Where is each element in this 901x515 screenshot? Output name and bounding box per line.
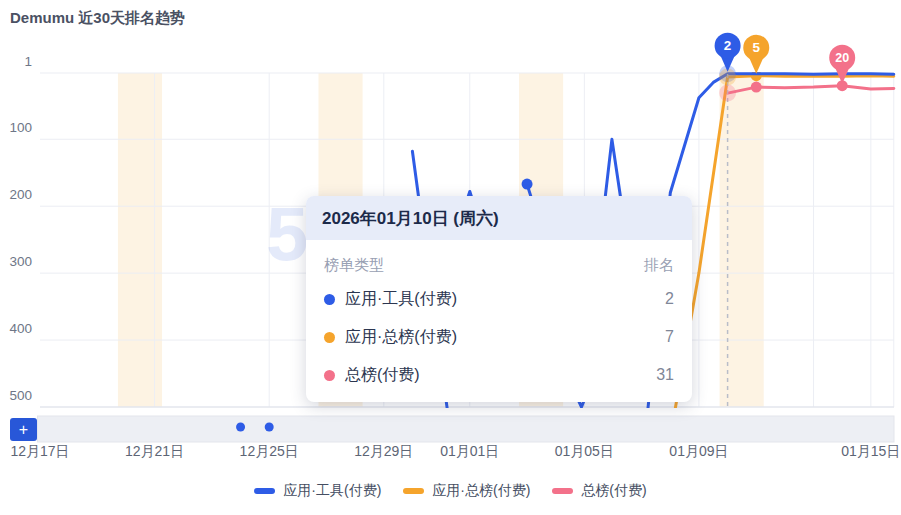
data-point-dot: [751, 82, 762, 93]
legend-label: 应用·总榜(付费): [432, 482, 530, 500]
tooltip-row-label: 应用·总榜(付费): [345, 327, 665, 348]
x-axis-label: 01月09日: [669, 443, 728, 459]
legend-label: 总榜(付费): [581, 482, 646, 500]
series-color-dot: [324, 370, 335, 381]
tooltip-row-value: 31: [656, 366, 674, 384]
tooltip-row-label: 总榜(付费): [345, 365, 656, 386]
tooltip-column-headers: 榜单类型 排名: [324, 250, 674, 280]
x-axis-label: 01月15日: [841, 443, 900, 459]
tooltip-row-label: 应用·工具(付费): [345, 289, 665, 310]
legend-label: 应用·工具(付费): [283, 482, 381, 500]
best-rank-pin-label: 5: [752, 40, 760, 55]
legend-marker: [403, 488, 424, 494]
chart-tooltip: 2026年01月10日 (周六) 榜单类型 排名 应用·工具(付费) 2 应用·…: [306, 196, 692, 402]
rank-line: [604, 139, 621, 204]
legend-item-1[interactable]: 应用·工具(付费): [254, 482, 381, 500]
x-axis-label: 01月01日: [440, 443, 499, 459]
datazoom-slider[interactable]: [38, 416, 895, 442]
data-point-dot: [522, 179, 533, 190]
x-axis-label: 12月21日: [125, 443, 184, 459]
weekend-band: [118, 73, 162, 407]
hover-highlight-ring: [719, 85, 736, 102]
slider-data-dot: [265, 423, 274, 432]
x-axis-label: 01月05日: [555, 443, 614, 459]
tooltip-row: 应用·总榜(付费) 7: [324, 318, 674, 356]
y-axis-label: 400: [9, 321, 32, 336]
ranking-trend-panel: Demumu 近30天排名趋势 110020030040050012月17日12…: [0, 0, 901, 515]
chart-title: Demumu 近30天排名趋势: [10, 9, 185, 28]
legend-item-2[interactable]: 应用·总榜(付费): [403, 482, 530, 500]
tooltip-date: 2026年01月10日 (周六): [306, 196, 692, 240]
x-axis-label: 12月29日: [354, 443, 413, 459]
x-axis-label: 12月17日: [10, 443, 69, 459]
rank-line: [673, 76, 894, 421]
y-axis-label: 1: [24, 54, 32, 69]
y-axis-label: 100: [9, 120, 32, 135]
legend-marker: [254, 488, 275, 494]
best-rank-pin-label: 20: [835, 51, 849, 65]
tooltip-col-rank: 排名: [644, 256, 674, 275]
series-color-dot: [324, 332, 335, 343]
y-axis-label: 200: [9, 187, 32, 202]
x-axis-label: 12月25日: [240, 443, 299, 459]
y-axis-label: 500: [9, 388, 32, 403]
tooltip-row: 应用·工具(付费) 2: [324, 280, 674, 318]
weekend-band: [720, 73, 764, 407]
tooltip-row-value: 2: [665, 290, 674, 308]
tooltip-row-value: 7: [665, 328, 674, 346]
legend-item-3[interactable]: 总榜(付费): [552, 482, 646, 500]
series-color-dot: [324, 294, 335, 305]
chart-legend: 应用·工具(付费)应用·总榜(付费)总榜(付费): [0, 482, 901, 500]
best-rank-pin-label: 2: [724, 38, 732, 53]
background-watermark-digit: 5: [266, 196, 308, 272]
zoom-in-button[interactable]: +: [10, 418, 37, 441]
legend-marker: [552, 488, 573, 494]
slider-data-dot: [236, 423, 245, 432]
tooltip-row: 总榜(付费) 31: [324, 356, 674, 394]
tooltip-col-type: 榜单类型: [324, 256, 384, 275]
y-axis-label: 300: [9, 254, 32, 269]
